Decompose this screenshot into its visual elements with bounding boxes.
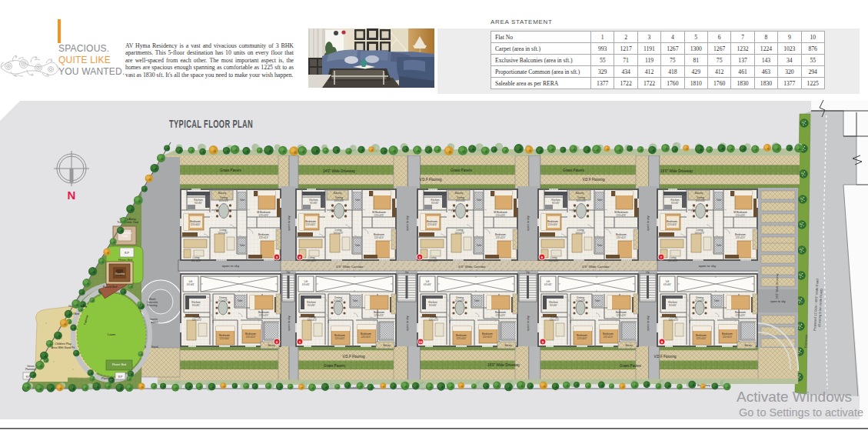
svg-text:16'0" Wide Driveway: 16'0" Wide Driveway xyxy=(660,169,693,173)
svg-text:Grass Pavers: Grass Pavers xyxy=(451,169,473,172)
svg-text:V.D.F Flooring: V.D.F Flooring xyxy=(582,178,605,182)
svg-text:10: 10 xyxy=(419,340,423,344)
svg-text:Grass Pavers: Grass Pavers xyxy=(563,169,585,172)
svg-text:Up: Up xyxy=(646,271,649,274)
svg-text:Gazebo: Gazebo xyxy=(115,272,125,275)
svg-text:Grass Pavers: Grass Pavers xyxy=(324,364,346,368)
svg-text:N: N xyxy=(68,189,76,202)
svg-text:R.P: R.P xyxy=(118,376,123,379)
svg-text:open to sky: open to sky xyxy=(222,264,240,268)
svg-text:6'6" Wide Corridor: 6'6" Wide Corridor xyxy=(582,265,610,269)
svg-text:open to sky: open to sky xyxy=(647,215,650,231)
svg-text:open to sky: open to sky xyxy=(527,315,530,331)
svg-text:Activate Windows: Activate Windows xyxy=(737,389,852,405)
svg-text:V.D.F Flooring: V.D.F Flooring xyxy=(653,355,677,359)
svg-text:Lawn: Lawn xyxy=(108,332,116,336)
svg-text:TYPICAL FLOOR PLAN: TYPICAL FLOOR PLAN xyxy=(169,118,253,131)
svg-text:open to sky: open to sky xyxy=(699,264,717,268)
svg-text:open to sky: open to sky xyxy=(288,315,291,331)
svg-text:14'0" Wide Driveway: 14'0" Wide Driveway xyxy=(323,169,356,173)
svg-text:open to sky: open to sky xyxy=(647,315,650,331)
svg-text:Grass Pavers: Grass Pavers xyxy=(620,364,642,368)
svg-text:Area With Sand Pit: Area With Sand Pit xyxy=(52,346,75,349)
svg-text:open to sky: open to sky xyxy=(406,315,409,331)
svg-text:Raised Bed: Raised Bed xyxy=(103,285,118,289)
svg-text:Flooring: Flooring xyxy=(148,304,158,307)
svg-text:Yard: Yard xyxy=(121,235,127,238)
svg-text:V.D.F Flooring: V.D.F Flooring xyxy=(342,355,365,359)
svg-text:Flower Bed: Flower Bed xyxy=(118,259,132,262)
svg-text:Transformer Yard: Transformer Yard xyxy=(117,221,138,224)
svg-text:Children Play: Children Play xyxy=(55,342,72,346)
svg-text:Up: Up xyxy=(405,271,408,274)
svg-text:R.P: R.P xyxy=(125,252,130,255)
svg-text:V.D.F Flooring: V.D.F Flooring xyxy=(419,178,442,182)
svg-text:open to sky: open to sky xyxy=(288,215,291,231)
svg-text:6'6" Wide Corridor: 6'6" Wide Corridor xyxy=(458,265,486,269)
svg-text:open to sky: open to sky xyxy=(406,215,409,231)
svg-text:open to sky: open to sky xyxy=(770,300,786,303)
svg-text:Up: Up xyxy=(526,271,529,274)
svg-text:16'0" Wide Driveway: 16'0" Wide Driveway xyxy=(487,363,520,367)
svg-text:Flower Bed: Flower Bed xyxy=(112,363,126,366)
svg-text:Grass Pavers: Grass Pavers xyxy=(220,169,242,172)
svg-text:Up: Up xyxy=(287,271,290,274)
svg-text:6'6" Wide Corridor: 6'6" Wide Corridor xyxy=(336,265,364,269)
svg-text:16'0" Wide Driveway: 16'0" Wide Driveway xyxy=(776,273,779,299)
svg-text:Plantation: Plantation xyxy=(101,377,114,380)
svg-text:open to sky: open to sky xyxy=(527,215,530,231)
svg-text:Go to Settings to activate: Go to Settings to activate xyxy=(739,406,863,419)
